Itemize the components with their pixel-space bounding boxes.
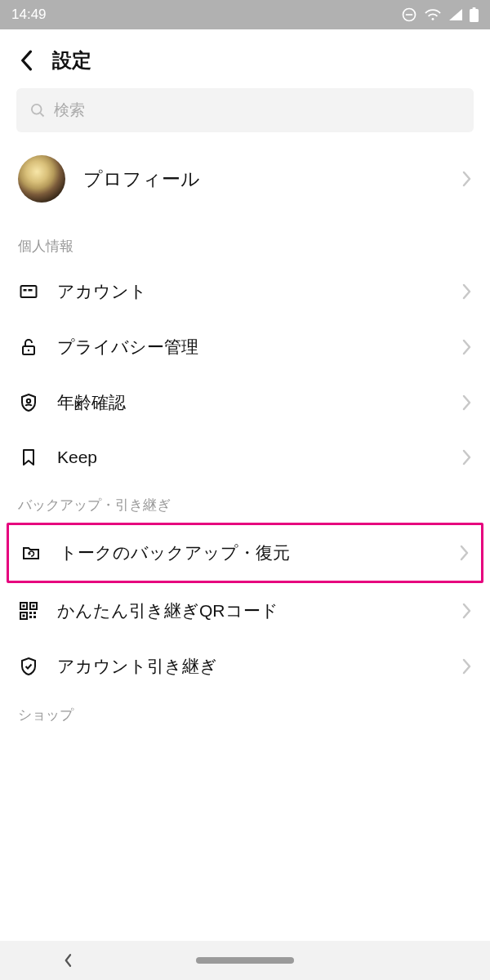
row-label: トークのバックアップ・復元 <box>60 541 442 564</box>
chevron-right-icon <box>462 171 472 187</box>
profile-row[interactable]: プロフィール <box>0 132 490 225</box>
lock-icon <box>18 336 39 358</box>
chevron-right-icon <box>462 658 472 675</box>
section-title-backup: バックアップ・引き継ぎ <box>0 484 490 523</box>
svg-rect-9 <box>29 289 33 292</box>
row-label: かんたん引き継ぎQRコード <box>57 599 444 622</box>
row-privacy[interactable]: プライバシー管理 <box>0 319 490 375</box>
row-label: 年齢確認 <box>57 391 444 414</box>
chevron-right-icon <box>462 283 472 300</box>
svg-rect-22 <box>33 616 36 618</box>
chevron-right-icon <box>462 339 472 355</box>
signal-icon <box>448 8 463 21</box>
qr-icon <box>18 600 39 621</box>
svg-point-5 <box>32 105 42 114</box>
row-talk-backup[interactable]: トークのバックアップ・復元 <box>9 525 481 581</box>
svg-point-12 <box>27 399 30 403</box>
battery-icon <box>470 7 479 22</box>
nav-back-icon[interactable] <box>60 953 75 968</box>
system-navbar <box>0 941 490 980</box>
chevron-right-icon <box>462 603 472 619</box>
chevron-right-icon <box>460 545 470 561</box>
status-icons <box>401 7 479 23</box>
profile-label: プロフィール <box>83 167 444 192</box>
bookmark-icon <box>18 447 39 468</box>
shield-user-icon <box>18 392 39 413</box>
svg-point-2 <box>432 18 434 20</box>
status-bar: 14:49 <box>0 0 490 29</box>
row-age[interactable]: 年齢確認 <box>0 375 490 430</box>
status-time: 14:49 <box>11 7 47 23</box>
row-account[interactable]: アカウント <box>0 264 490 319</box>
row-label: アカウント <box>57 280 444 303</box>
svg-rect-8 <box>24 289 27 292</box>
svg-rect-14 <box>23 605 25 608</box>
nav-home-pill[interactable] <box>196 957 294 964</box>
search-icon <box>29 102 46 118</box>
header: 設定 <box>0 29 490 88</box>
row-label: Keep <box>57 448 444 467</box>
svg-rect-3 <box>470 9 479 22</box>
row-label: アカウント引き継ぎ <box>57 655 444 678</box>
svg-point-11 <box>28 350 29 351</box>
page-title: 設定 <box>52 47 91 74</box>
chevron-left-icon <box>20 50 33 71</box>
row-account-transfer[interactable]: アカウント引き継ぎ <box>0 639 490 694</box>
account-icon <box>18 281 39 302</box>
svg-rect-16 <box>33 605 35 608</box>
back-button[interactable] <box>15 49 38 72</box>
svg-line-6 <box>40 113 43 116</box>
highlight-box: トークのバックアップ・復元 <box>7 523 483 583</box>
row-qr-transfer[interactable]: かんたん引き継ぎQRコード <box>0 583 490 639</box>
svg-rect-21 <box>29 616 32 618</box>
svg-rect-20 <box>33 612 36 614</box>
avatar <box>18 155 65 203</box>
folder-refresh-icon <box>20 542 42 564</box>
section-title-shop: ショップ <box>0 694 490 733</box>
section-title-personal: 個人情報 <box>0 225 490 264</box>
chevron-right-icon <box>462 449 472 466</box>
svg-rect-7 <box>21 286 37 297</box>
row-keep[interactable]: Keep <box>0 430 490 484</box>
row-label: プライバシー管理 <box>57 336 444 359</box>
wifi-icon <box>424 7 442 22</box>
svg-rect-19 <box>29 612 32 614</box>
shield-check-icon <box>18 656 39 677</box>
svg-rect-18 <box>23 615 25 617</box>
svg-rect-4 <box>473 7 476 10</box>
dnd-icon <box>401 7 417 23</box>
chevron-right-icon <box>462 394 472 411</box>
search-placeholder: 検索 <box>54 100 85 121</box>
search-input[interactable]: 検索 <box>16 88 474 132</box>
